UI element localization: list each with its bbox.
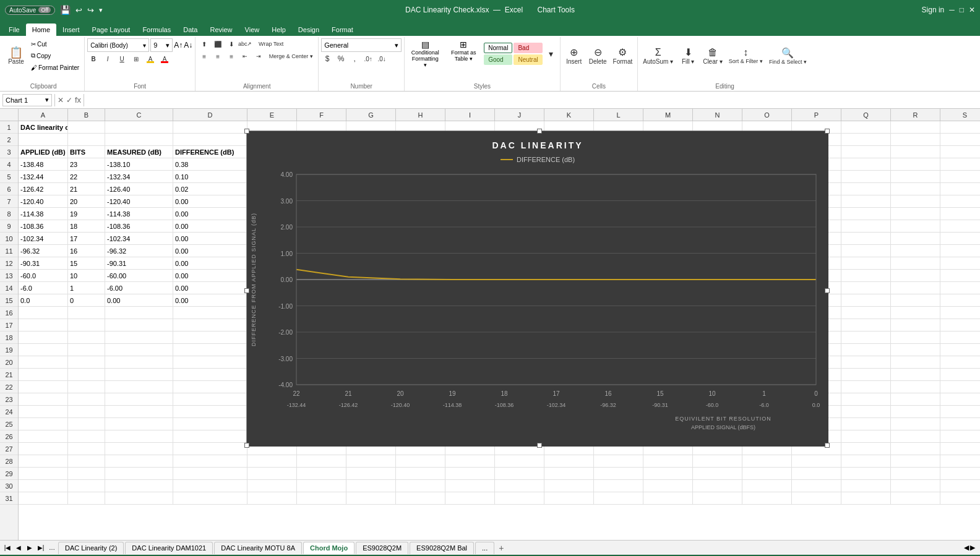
insert-function-icon[interactable]: fx [75, 95, 81, 105]
cell-7-a[interactable]: -120.40 [19, 195, 68, 208]
cell-empty[interactable] [495, 455, 544, 468]
tab-es9028q2m-bal[interactable]: ES9028Q2M Bal [410, 542, 474, 554]
cell-empty[interactable] [544, 492, 594, 505]
cell-empty[interactable] [297, 455, 346, 468]
cell-5-c[interactable]: -132.34 [105, 171, 173, 183]
cell-9-c[interactable]: -108.36 [105, 220, 173, 233]
comma-btn[interactable]: , [348, 53, 361, 64]
cell-18-d[interactable] [173, 331, 247, 344]
cell-20-a[interactable] [19, 356, 68, 369]
col-header-d[interactable]: D [173, 109, 247, 121]
align-top-btn[interactable]: ⬆ [198, 38, 210, 49]
cell-24-a[interactable] [19, 406, 68, 418]
cell-empty[interactable] [792, 492, 841, 505]
percent-btn[interactable]: % [335, 53, 347, 64]
cell-26-d[interactable] [173, 430, 247, 443]
cell-28-c[interactable] [105, 455, 173, 468]
cell-29-d[interactable] [173, 468, 247, 480]
cell-8-a[interactable]: -114.38 [19, 208, 68, 220]
format-painter-button[interactable]: 🖌 Format Painter [28, 62, 82, 73]
cell-27-b[interactable] [68, 443, 105, 455]
style-good[interactable]: Good [484, 54, 512, 65]
cell-empty[interactable] [643, 480, 693, 492]
cell-empty[interactable] [495, 468, 544, 480]
cell-13-a[interactable]: -60.0 [19, 270, 68, 282]
cell-empty[interactable] [891, 233, 940, 245]
tab-es9028q2m[interactable]: ES9028Q2M [356, 542, 408, 554]
cell-2-c[interactable] [105, 134, 173, 146]
cell-empty[interactable] [495, 480, 544, 492]
cell-empty[interactable] [841, 331, 891, 344]
cell-empty[interactable] [940, 121, 980, 134]
cell-3-c[interactable]: MEASURED (dB) [105, 146, 173, 158]
cell-1-a[interactable]: DAC linearity check [19, 121, 68, 134]
cell-empty[interactable] [841, 121, 891, 134]
cell-empty[interactable] [792, 455, 841, 468]
cell-22-b[interactable] [68, 381, 105, 393]
cell-empty[interactable] [841, 294, 891, 307]
cell-empty[interactable] [940, 393, 980, 406]
tab-home[interactable]: Home [26, 24, 56, 36]
style-neutral[interactable]: Neutral [514, 54, 542, 65]
row-num-30[interactable]: 30 [0, 480, 18, 492]
cell-6-d[interactable]: 0.02 [173, 183, 247, 195]
cell-empty[interactable] [940, 134, 980, 146]
cell-empty[interactable] [643, 455, 693, 468]
italic-button[interactable]: I [101, 53, 114, 64]
row-num-25[interactable]: 25 [0, 418, 18, 430]
clear-button[interactable]: 🗑 Clear ▾ [700, 38, 725, 73]
cell-12-b[interactable]: 15 [68, 257, 105, 270]
tab-data[interactable]: Data [177, 24, 204, 36]
cell-22-a[interactable] [19, 381, 68, 393]
cell-22-c[interactable] [105, 381, 173, 393]
cell-empty[interactable] [841, 233, 891, 245]
find-select-button[interactable]: 🔍 Find & Select ▾ [767, 38, 809, 73]
cell-empty[interactable] [247, 455, 297, 468]
cell-31-d[interactable] [173, 492, 247, 505]
cell-29-c[interactable] [105, 468, 173, 480]
cell-12-d[interactable]: 0.00 [173, 257, 247, 270]
cell-empty[interactable] [891, 344, 940, 356]
cell-empty[interactable] [841, 307, 891, 319]
increase-decimal-btn[interactable]: .0↑ [362, 53, 374, 64]
col-header-l[interactable]: L [594, 109, 643, 121]
cell-empty[interactable] [841, 270, 891, 282]
cell-empty[interactable] [940, 171, 980, 183]
cell-empty[interactable] [841, 319, 891, 331]
cell-empty[interactable] [841, 468, 891, 480]
cell-empty[interactable] [594, 468, 643, 480]
resize-handle-7[interactable] [825, 443, 830, 448]
cell-17-c[interactable] [105, 319, 173, 331]
cell-19-d[interactable] [173, 344, 247, 356]
cell-23-b[interactable] [68, 393, 105, 406]
cell-9-d[interactable]: 0.00 [173, 220, 247, 233]
cell-empty[interactable] [841, 257, 891, 270]
col-header-e[interactable]: E [247, 109, 297, 121]
cell-empty[interactable] [940, 443, 980, 455]
font-size-dropdown[interactable]: 9 ▾ [150, 38, 173, 52]
cell-empty[interactable] [891, 418, 940, 430]
col-header-f[interactable]: F [297, 109, 346, 121]
cell-30-d[interactable] [173, 480, 247, 492]
cell-empty[interactable] [544, 480, 594, 492]
cell-21-a[interactable] [19, 369, 68, 381]
cell-12-c[interactable]: -90.31 [105, 257, 173, 270]
cell-empty[interactable] [841, 220, 891, 233]
cell-11-c[interactable]: -96.32 [105, 245, 173, 257]
cell-empty[interactable] [940, 282, 980, 294]
cell-3-d[interactable]: DIFFERENCE (dB) [173, 146, 247, 158]
row-num-26[interactable]: 26 [0, 430, 18, 443]
restore-btn[interactable]: □ [960, 6, 964, 14]
cell-empty[interactable] [891, 195, 940, 208]
col-header-q[interactable]: Q [841, 109, 891, 121]
tab-chord-mojo[interactable]: Chord Mojo [303, 542, 355, 554]
row-num-27[interactable]: 27 [0, 443, 18, 455]
resize-handle-1[interactable] [537, 129, 542, 134]
cell-empty[interactable] [841, 430, 891, 443]
cell-empty[interactable] [891, 369, 940, 381]
cell-14-d[interactable]: 0.00 [173, 282, 247, 294]
cell-2-d[interactable] [173, 134, 247, 146]
cell-empty[interactable] [396, 492, 445, 505]
resize-handle-2[interactable] [825, 129, 830, 134]
cell-empty[interactable] [940, 381, 980, 393]
